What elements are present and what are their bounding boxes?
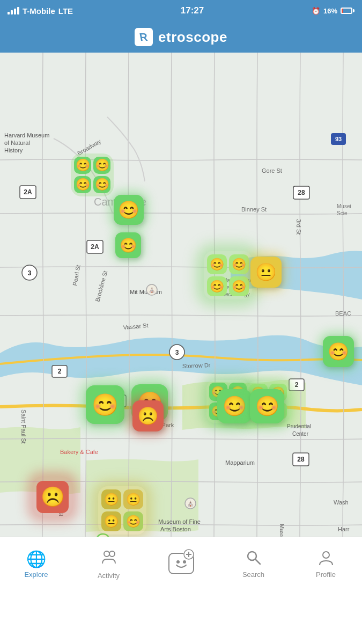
- svg-text:Harvard Museum: Harvard Museum: [4, 132, 49, 138]
- svg-text:Arts Boston: Arts Boston: [160, 526, 191, 532]
- network-label: LTE: [58, 6, 73, 16]
- app-logo: Я: [135, 28, 153, 46]
- pin-red-fenway[interactable]: ☹️: [132, 400, 164, 431]
- status-bar: T-Mobile LTE 17:27 ⏰ 16%: [0, 0, 362, 21]
- pin-red-mfa-left[interactable]: ☹️: [32, 477, 73, 517]
- nav-label-search: Search: [242, 570, 264, 579]
- svg-text:3: 3: [28, 269, 32, 277]
- svg-text:3: 3: [175, 349, 179, 356]
- svg-text:2: 2: [295, 381, 299, 389]
- svg-text:Prudential: Prudential: [287, 423, 311, 429]
- nav-item-search[interactable]: Search: [217, 537, 290, 590]
- svg-text:Center: Center: [292, 431, 309, 437]
- pin-fenway-left[interactable]: 😊: [86, 385, 124, 424]
- add-icon: [167, 549, 195, 579]
- search-icon: [245, 549, 262, 568]
- pin-cluster-mfa[interactable]: 😐 😐 😐 😊: [98, 486, 146, 535]
- nav-item-activity[interactable]: Activity: [72, 537, 145, 590]
- nav-item-profile[interactable]: Profile: [290, 537, 362, 590]
- svg-text:2A: 2A: [24, 188, 32, 196]
- svg-point-75: [104, 551, 109, 557]
- svg-text:Bakery & Cafe: Bakery & Cafe: [60, 449, 98, 455]
- svg-text:BEAC: BEAC: [335, 310, 351, 317]
- nav-item-explore[interactable]: 🌐 Explore: [0, 537, 72, 590]
- time-label: 17:27: [181, 5, 204, 16]
- svg-point-79: [183, 560, 186, 564]
- app-header: Я etroscope: [0, 21, 362, 53]
- svg-text:Scie: Scie: [337, 210, 348, 216]
- svg-text:Museum of Fine: Museum of Fine: [158, 518, 201, 525]
- activity-icon: [100, 548, 117, 569]
- svg-text:Binney St: Binney St: [241, 206, 267, 213]
- svg-text:Musei: Musei: [337, 203, 351, 209]
- svg-point-76: [109, 551, 115, 557]
- svg-text:2A: 2A: [91, 243, 99, 251]
- pin-single-right[interactable]: 😊: [323, 336, 354, 367]
- nav-label-profile: Profile: [316, 570, 336, 579]
- nav-item-add[interactable]: [145, 537, 217, 590]
- svg-text:28: 28: [298, 189, 305, 196]
- explore-icon: 🌐: [26, 550, 46, 568]
- nav-label-explore: Explore: [24, 570, 48, 579]
- pin-single-cambridge1[interactable]: 😊: [114, 195, 144, 225]
- pin-yellow-mit[interactable]: 😐: [250, 257, 282, 288]
- svg-text:Storrow Dr: Storrow Dr: [182, 362, 211, 369]
- status-right: ⏰ 16%: [312, 7, 354, 15]
- svg-text:History: History: [4, 147, 23, 153]
- svg-text:2: 2: [58, 368, 62, 375]
- svg-text:Harr: Harr: [338, 526, 350, 532]
- svg-text:Wash: Wash: [334, 499, 349, 506]
- svg-point-86: [323, 552, 329, 558]
- svg-point-78: [176, 560, 180, 564]
- profile-icon: [317, 549, 335, 568]
- svg-text:93: 93: [335, 136, 342, 142]
- svg-text:Gore St: Gore St: [262, 167, 282, 174]
- pin-single-cambridge2[interactable]: 😊: [115, 232, 141, 258]
- battery-label: 16%: [323, 7, 337, 15]
- battery-icon: [341, 8, 354, 14]
- nav-label-activity: Activity: [98, 572, 120, 580]
- alarm-icon: ⏰: [312, 7, 320, 15]
- svg-text:Mapparium: Mapparium: [225, 459, 255, 466]
- map-container[interactable]: Cambridge Harvard Museum of Natural Hist…: [0, 53, 362, 590]
- carrier-label: T-Mobile: [23, 6, 55, 16]
- svg-text:of Natural: of Natural: [4, 140, 30, 146]
- pin-cluster-mit[interactable]: 😊 😊 😊 😊: [204, 251, 252, 299]
- status-left: T-Mobile LTE: [8, 6, 73, 16]
- svg-text:⛪: ⛪: [149, 287, 156, 294]
- svg-text:⛪: ⛪: [187, 500, 194, 507]
- app-title: etroscope: [158, 29, 227, 46]
- pin-cluster-broadway[interactable]: 😊 😊 😊 😊: [71, 153, 114, 196]
- svg-line-85: [255, 559, 260, 564]
- svg-text:3rd St: 3rd St: [295, 219, 302, 235]
- svg-text:Saint Paul St: Saint Paul St: [20, 409, 27, 444]
- signal-icon: [8, 7, 19, 14]
- bottom-nav: 🌐 Explore Activity: [0, 537, 362, 590]
- svg-text:28: 28: [297, 456, 305, 463]
- pin-fenway-right[interactable]: 😊: [250, 389, 284, 423]
- pin-mapparium[interactable]: 😊: [217, 389, 252, 423]
